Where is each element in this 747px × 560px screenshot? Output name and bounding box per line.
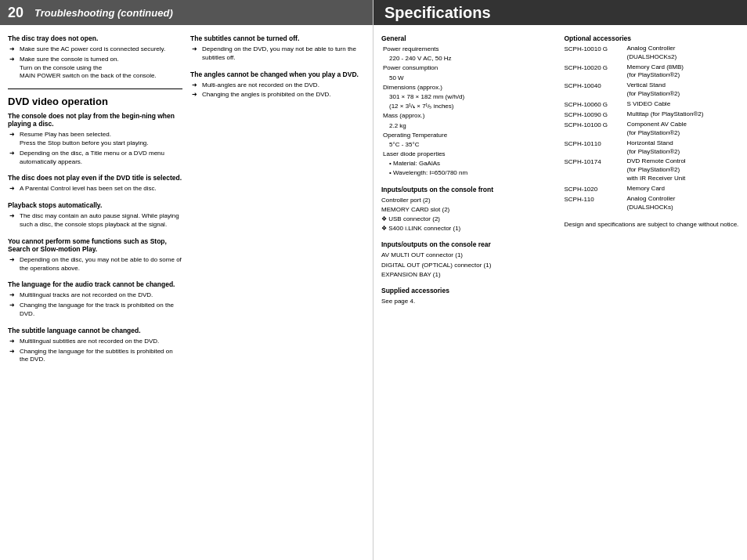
opt-desc: Memory Card (8MB)(for PlayStation®2) xyxy=(627,63,684,81)
opt-model: SCPH-10020 G xyxy=(565,63,627,81)
page-header-right: Specifications xyxy=(374,0,747,25)
item-text: Make sure the AC power cord is connected… xyxy=(20,45,165,54)
arrow-icon: ➜ xyxy=(192,91,200,99)
arrow-icon: ➜ xyxy=(9,131,17,148)
cannot-perform-section: You cannot perform some functions such a… xyxy=(8,237,182,273)
page-container: 20 Troubleshooting (continued) The disc … xyxy=(0,0,747,560)
list-item: ➜ Changing the language for the subtitle… xyxy=(8,348,182,365)
spec-item: EXPANSION BAY (1) xyxy=(381,270,557,279)
opt-desc: Vertical Stand(for PlayStation®2) xyxy=(627,81,680,99)
list-item: ➜ Depending on the DVD, you may not be a… xyxy=(190,45,365,63)
item-text: Make sure the console is turned on.Turn … xyxy=(20,56,157,81)
item-text: Multilingual tracks are not recorded on … xyxy=(20,291,153,300)
item-text: Multi-angles are not recorded on the DVD… xyxy=(202,81,319,90)
list-item: ➜ Changing the angles is prohibited on t… xyxy=(190,91,365,99)
spec-left-col: General Power requirements 220 - 240 V A… xyxy=(381,34,561,551)
item-text: Changing the angles is prohibited on the… xyxy=(202,91,331,99)
arrow-icon: ➜ xyxy=(9,256,17,273)
arrow-icon: ➜ xyxy=(9,338,17,346)
opt-desc: Analog Controller(DUALSHOCKs2) xyxy=(627,45,677,62)
inputs-front-heading: Inputs/outputs on the console front xyxy=(381,186,557,193)
opt-model: SCPH-10090 G xyxy=(565,110,627,119)
list-item: ➜ Multilingual tracks are not recorded o… xyxy=(8,291,182,300)
left-column: The disc tray does not open. ➜ Make sure… xyxy=(8,34,182,551)
inputs-front-section: Inputs/outputs on the console front Cont… xyxy=(381,186,557,233)
list-item: ➜ Changing the language for the track is… xyxy=(8,302,182,319)
item-text: Multilingual subtitles are not recorded … xyxy=(20,338,159,346)
general-section: General Power requirements 220 - 240 V A… xyxy=(381,34,557,178)
opt-desc: Memory Card xyxy=(627,185,665,193)
console-not-play-section: The console does not play from the begin… xyxy=(8,112,182,166)
opt-desc: Multitap (for PlayStation®2) xyxy=(627,110,704,119)
arrow-icon: ➜ xyxy=(192,81,200,90)
spec-item: DIGITAL OUT (OPTICAL) connector (1) xyxy=(381,261,557,269)
notice-text: Design and specifications are subject to… xyxy=(565,220,740,229)
opt-item: SCPH-10020 G Memory Card (8MB)(for PlayS… xyxy=(565,63,740,81)
spec-item: • Wavelength: l=650/780 nm xyxy=(389,168,557,177)
spec-item: AV MULTI OUT connector (1) xyxy=(381,251,557,259)
right-page: Specifications General Power requirement… xyxy=(374,0,747,560)
general-heading: General xyxy=(381,34,557,42)
disc-not-play-section: The disc does not play even if the DVD t… xyxy=(8,174,182,193)
spec-item: Power requirements xyxy=(383,45,557,53)
section-title: The console does not play from the begin… xyxy=(8,112,182,128)
spec-item: 2.2 kg xyxy=(389,121,557,130)
opt-desc: Analog Controller(DUALSHOCKs) xyxy=(627,195,676,212)
spec-item: MEMORY CARD slot (2) xyxy=(381,205,557,214)
subtitle-language-section: The subtitle language cannot be changed.… xyxy=(8,327,182,364)
subtitles-off-section: The subtitles cannot be turned off. ➜ De… xyxy=(190,34,365,63)
playback-stops-section: Playback stops automatically. ➜ The disc… xyxy=(8,201,182,229)
opt-item: SCPH-10090 G Multitap (for PlayStation®2… xyxy=(565,110,740,119)
opt-desc: S VIDEO Cable xyxy=(627,100,671,109)
disc-tray-section: The disc tray does not open. ➜ Make sure… xyxy=(8,34,182,81)
right-column-of-left: The subtitles cannot be turned off. ➜ De… xyxy=(190,34,365,551)
opt-desc: DVD Remote Control(for PlayStation®2)wit… xyxy=(627,157,686,182)
section-title: The subtitle language cannot be changed. xyxy=(8,327,182,334)
spec-item: See page 4. xyxy=(381,297,557,305)
disc-tray-title: The disc tray does not open. xyxy=(8,34,182,42)
optional-heading: Optional accessories xyxy=(565,34,740,42)
opt-desc: Horizontal Stand(for PlayStation®2) xyxy=(627,139,680,157)
spec-item: 5°C - 35°C xyxy=(389,140,557,149)
list-item: ➜ Multilingual subtitles are not recorde… xyxy=(8,338,182,346)
section-title: The language for the audio track cannot … xyxy=(8,280,182,288)
list-item: ➜ Multi-angles are not recorded on the D… xyxy=(190,81,365,90)
spec-item: Controller port (2) xyxy=(381,196,557,204)
spec-content: General Power requirements 220 - 240 V A… xyxy=(374,25,747,560)
language-audio-section: The language for the audio track cannot … xyxy=(8,280,182,318)
item-text: Depending on the DVD, you may not be abl… xyxy=(202,45,365,63)
spec-title: Specifications xyxy=(384,4,491,22)
spec-item: Dimensions (approx.) xyxy=(383,83,557,92)
item-text: A Parental Control level has been set on… xyxy=(20,185,157,193)
supplied-section: Supplied accessories See page 4. xyxy=(381,287,557,305)
spec-item: Laser diode properties xyxy=(383,150,557,158)
arrow-icon: ➜ xyxy=(9,212,17,229)
inputs-rear-section: Inputs/outputs on the console rear AV MU… xyxy=(381,240,557,279)
list-item: ➜ Make sure the AC power cord is connect… xyxy=(8,45,182,54)
opt-item: SCPH-10040 Vertical Stand(for PlayStatio… xyxy=(565,81,740,99)
spec-item: Mass (approx.) xyxy=(383,111,557,120)
section-title: The angles cannot be changed when you pl… xyxy=(190,70,365,78)
angles-section: The angles cannot be changed when you pl… xyxy=(190,70,365,100)
list-item: ➜ A Parental Control level has been set … xyxy=(8,185,182,193)
list-item: ➜ Depending on the disc, a Title menu or… xyxy=(8,150,182,167)
supplied-heading: Supplied accessories xyxy=(381,287,557,294)
list-item: ➜ Make sure the console is turned on.Tur… xyxy=(8,56,182,81)
spec-item: Power consumption xyxy=(383,63,557,72)
spec-item: 50 W xyxy=(389,74,557,82)
arrow-icon: ➜ xyxy=(9,348,17,365)
arrow-icon: ➜ xyxy=(9,302,17,319)
arrow-icon: ➜ xyxy=(9,291,17,300)
item-text: Depending on the disc, you may not be ab… xyxy=(20,256,182,273)
opt-item: SCPH-10010 G Analog Controller(DUALSHOCK… xyxy=(565,45,740,62)
opt-model: SCPH-10010 G xyxy=(565,45,627,62)
divider xyxy=(8,89,182,89)
spec-item: ❖ S400 i.LINK connector (1) xyxy=(381,224,557,233)
arrow-icon: ➜ xyxy=(9,185,17,193)
section-title: Playback stops automatically. xyxy=(8,201,182,209)
page-header-left: 20 Troubleshooting (continued) xyxy=(0,0,373,25)
dvd-heading: DVD video operation xyxy=(8,96,182,107)
list-item: ➜ Resume Play has been selected.Press th… xyxy=(8,131,182,148)
spec-item: • Material: GaAlAs xyxy=(389,159,557,168)
spec-item: ❖ USB connector (2) xyxy=(381,215,557,223)
